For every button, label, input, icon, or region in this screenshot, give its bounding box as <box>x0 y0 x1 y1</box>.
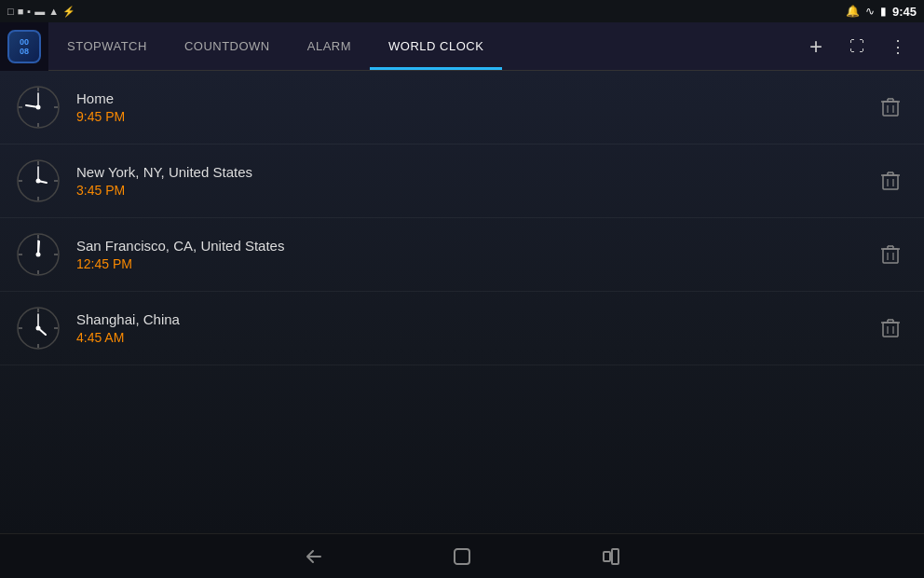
list-item: New York, NY, United States 3:45 PM <box>0 144 924 218</box>
clock-face-sanfrancisco <box>15 231 61 278</box>
analog-clock-shanghai <box>15 305 61 351</box>
trash-icon <box>881 97 900 117</box>
app-logo: 0008 <box>0 22 48 71</box>
svg-rect-23 <box>883 175 898 189</box>
status-time: 9:45 <box>892 5 917 19</box>
list-item: San Francisco, CA, United States 12:45 P… <box>0 218 924 292</box>
clock-city-newyork: New York, NY, United States <box>76 164 872 180</box>
expand-button[interactable]: ⛶ <box>838 28 876 65</box>
clock-icon: ■ <box>18 6 24 17</box>
analog-clock-sanfrancisco <box>15 231 61 278</box>
extra-icon: ▲ <box>48 6 59 17</box>
svg-point-37 <box>36 253 41 257</box>
svg-rect-61 <box>604 552 610 561</box>
bell-icon: 🔔 <box>846 5 860 18</box>
analog-clock-home <box>15 84 61 131</box>
svg-rect-38 <box>883 249 898 263</box>
delete-button-newyork[interactable] <box>872 162 909 200</box>
svg-point-22 <box>36 179 41 184</box>
status-bar-right: 🔔 ∿ ▮ 9:45 <box>846 5 917 19</box>
tab-alarm[interactable]: ALARM <box>289 22 370 70</box>
analog-clock-newyork <box>15 158 61 204</box>
wifi-icon: ∿ <box>865 5 875 18</box>
clock-time-sanfrancisco: 12:45 PM <box>76 256 872 271</box>
battery-icon: ▮ <box>880 5 887 18</box>
more-button[interactable]: ⋮ <box>879 28 917 65</box>
tab-countdown[interactable]: COUNTDOWN <box>166 22 289 70</box>
clock-time-shanghai: 4:45 AM <box>76 330 872 345</box>
svg-point-7 <box>36 105 41 110</box>
notification-icon: □ <box>7 6 14 17</box>
clock-face-shanghai <box>15 305 61 351</box>
delete-button-shanghai[interactable] <box>872 310 909 347</box>
clock-city-shanghai: Shanghai, China <box>76 311 872 327</box>
status-bar: □ ■ ▪ ▬ ▲ ⚡ 🔔 ∿ ▮ 9:45 <box>0 0 924 22</box>
home-button[interactable] <box>443 538 481 575</box>
battery-small-icon: ▬ <box>34 6 45 17</box>
home-icon <box>451 545 473 568</box>
delete-button-sanfrancisco[interactable] <box>872 236 909 273</box>
nav-bar <box>0 533 924 578</box>
delete-button-home[interactable] <box>872 89 909 126</box>
clock-face-home <box>15 84 61 131</box>
list-item: Home 9:45 PM <box>0 71 924 144</box>
back-button[interactable] <box>294 538 332 575</box>
clock-info-newyork: New York, NY, United States 3:45 PM <box>76 164 872 198</box>
trash-icon <box>881 244 900 265</box>
add-button[interactable]: + <box>797 28 835 65</box>
main-content: Home 9:45 PM <box>0 71 924 533</box>
clock-time-home: 9:45 PM <box>76 109 872 124</box>
tab-actions: + ⛶ ⋮ <box>797 22 924 70</box>
signal-icon: ▪ <box>27 6 31 17</box>
svg-rect-53 <box>883 323 898 337</box>
svg-point-52 <box>36 326 41 331</box>
clock-info-home: Home 9:45 PM <box>76 90 872 124</box>
logo-inner: 0008 <box>7 30 41 63</box>
recent-icon <box>600 545 622 568</box>
clock-time-newyork: 3:45 PM <box>76 183 872 198</box>
logo-text: 0008 <box>20 37 29 56</box>
tab-stopwatch[interactable]: STOPWATCH <box>48 22 166 70</box>
clock-face-newyork <box>15 158 61 204</box>
clock-info-sanfrancisco: San Francisco, CA, United States 12:45 P… <box>76 238 872 271</box>
flash-icon: ⚡ <box>62 6 75 18</box>
tab-bar: 0008 STOPWATCH COUNTDOWN ALARM WORLD CLO… <box>0 22 924 71</box>
status-bar-left: □ ■ ▪ ▬ ▲ ⚡ <box>7 6 75 18</box>
svg-rect-8 <box>883 102 898 116</box>
list-item: Shanghai, China 4:45 AM <box>0 292 924 365</box>
back-icon <box>302 545 324 568</box>
svg-rect-60 <box>455 549 469 564</box>
svg-rect-62 <box>612 549 618 564</box>
clock-city-home: Home <box>76 90 872 106</box>
recent-button[interactable] <box>592 538 630 575</box>
tabs-container: STOPWATCH COUNTDOWN ALARM WORLD CLOCK <box>48 22 797 70</box>
clock-info-shanghai: Shanghai, China 4:45 AM <box>76 311 872 345</box>
clock-city-sanfrancisco: San Francisco, CA, United States <box>76 238 872 254</box>
tab-worldclock[interactable]: WORLD CLOCK <box>370 22 502 70</box>
trash-icon <box>881 171 900 191</box>
trash-icon <box>881 318 900 338</box>
